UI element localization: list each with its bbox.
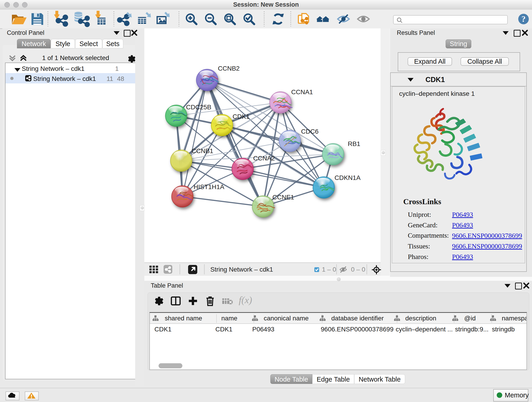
svg-text:?: ? [521, 14, 526, 24]
svg-text:RB1: RB1 [348, 140, 360, 147]
svg-text:CCNA1: CCNA1 [291, 89, 313, 96]
svg-text:CCNB2: CCNB2 [218, 65, 240, 72]
svg-text:CCNE1: CCNE1 [272, 194, 294, 201]
svg-text:CCNA2: CCNA2 [253, 155, 275, 162]
svg-text:CDC6: CDC6 [301, 128, 318, 135]
svg-text:CDK1: CDK1 [233, 113, 250, 120]
svg-text:CDC25B: CDC25B [186, 104, 211, 111]
svg-text:HIST1H1A: HIST1H1A [194, 183, 224, 191]
svg-text:CDKN1A: CDKN1A [335, 174, 361, 181]
svg-text:CCNB1: CCNB1 [191, 147, 213, 154]
